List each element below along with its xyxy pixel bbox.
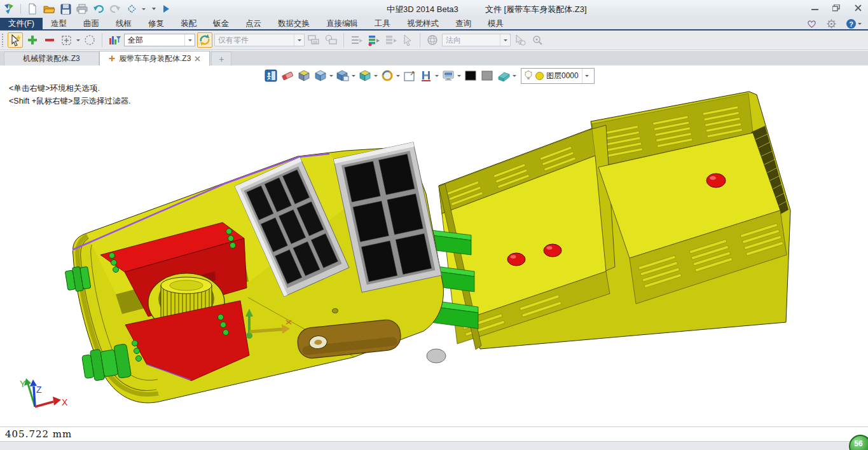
section-cube-caret-icon[interactable]	[374, 75, 378, 77]
divider	[20, 4, 21, 14]
selection-filter-value: 全部	[128, 35, 143, 46]
save-icon[interactable]	[59, 3, 72, 15]
menu-tab-wireframe[interactable]: 线框	[107, 18, 140, 29]
layer-combo[interactable]: 图层0000	[521, 68, 595, 84]
axle-upper[interactable]	[65, 265, 92, 292]
material-wedge-caret-icon[interactable]	[513, 75, 516, 77]
menu-tab-directedit[interactable]: 直接编辑	[318, 18, 366, 29]
red-port[interactable]	[507, 253, 525, 266]
menu-tab-inquire[interactable]: 查询	[447, 18, 479, 29]
track-unit[interactable]	[65, 142, 444, 403]
filter-list-icon[interactable]	[107, 32, 122, 48]
red-port[interactable]	[706, 174, 726, 188]
zoom-window-icon[interactable]	[402, 69, 417, 83]
stack-list-icon-2[interactable]	[366, 32, 381, 48]
redo-icon[interactable]	[109, 3, 121, 15]
zoom-ring-icon[interactable]	[380, 69, 394, 83]
menu-tab-file[interactable]: 文件(F)	[0, 18, 43, 29]
help-icon[interactable]: ?	[846, 19, 856, 29]
inquire-scope-caret[interactable]	[294, 34, 304, 46]
selection-filter-caret[interactable]	[184, 34, 195, 46]
restore-button[interactable]	[831, 3, 841, 12]
menu-tab-sheetmetal[interactable]: 钣金	[205, 18, 237, 29]
pick-box-icon[interactable]	[59, 32, 74, 48]
red-port[interactable]	[544, 244, 561, 257]
stack-list-icon-3[interactable]	[383, 32, 398, 48]
toolbar-grip[interactable]	[1, 33, 4, 47]
layer-combo-caret[interactable]	[582, 69, 591, 83]
settings-gear-icon[interactable]	[827, 19, 836, 29]
add-icon[interactable]	[25, 32, 40, 48]
black-swatch[interactable]	[463, 69, 478, 83]
pair-icon-1[interactable]	[307, 32, 322, 48]
section-h-caret-icon[interactable]	[435, 75, 439, 77]
background-caret-icon[interactable]	[457, 75, 461, 77]
help-button[interactable]: ?	[846, 19, 862, 29]
zoom-ring-caret-icon[interactable]	[396, 75, 400, 77]
section-cube-icon[interactable]	[357, 69, 372, 83]
remove-icon[interactable]	[42, 32, 57, 48]
new-file-icon[interactable]	[26, 3, 39, 15]
minimize-button[interactable]	[809, 3, 820, 12]
undo-icon[interactable]	[92, 3, 105, 15]
menu-tab-visualstyle[interactable]: 视觉样式	[399, 18, 447, 29]
menu-tab-repair[interactable]: 修复	[140, 18, 172, 29]
selection-filter-combo[interactable]: 全部	[124, 34, 195, 46]
material-wedge-icon[interactable]	[496, 69, 511, 83]
body-unit[interactable]	[439, 92, 790, 350]
gray-pin[interactable]	[427, 349, 446, 363]
regen-caret-icon[interactable]	[142, 8, 146, 10]
title-bar: 中望3D 2014 Beta3 文件 [履带车车身装配体.Z3]	[0, 0, 868, 18]
background-icon[interactable]	[441, 69, 455, 83]
model-canvas[interactable]: Y Z X	[0, 65, 868, 426]
doc-tab-label: 机械臂装配体.Z3	[23, 53, 79, 64]
section-h-icon[interactable]	[418, 69, 433, 83]
exit-icon[interactable]	[263, 69, 278, 83]
orient-caret[interactable]	[500, 34, 510, 46]
gray-swatch[interactable]	[479, 69, 494, 83]
viewport[interactable]: Y Z X	[0, 65, 868, 426]
open-folder-icon[interactable]	[43, 3, 55, 15]
doc-tab-track-body[interactable]: 履带车车身装配体.Z3	[99, 51, 210, 65]
play-icon[interactable]	[160, 3, 172, 15]
new-tab-button[interactable]: +	[211, 51, 231, 65]
iso-view-icon[interactable]	[296, 69, 311, 83]
lasso-icon[interactable]	[82, 32, 97, 48]
menu-right-icons: ?	[807, 18, 862, 29]
inquire-scope-combo[interactable]: 仅有零件	[214, 34, 305, 46]
inspect-gear-icon[interactable]	[530, 32, 545, 48]
menu-tab-pointcloud[interactable]: 点云	[237, 18, 270, 29]
pair-icon-2[interactable]	[324, 32, 339, 48]
menu-tab-assembly[interactable]: 装配	[172, 18, 205, 29]
help-caret-icon[interactable]	[858, 23, 862, 25]
menu-tab-mold[interactable]: 模具	[479, 18, 512, 29]
regen-icon[interactable]	[125, 3, 138, 15]
toolbar-options-icon[interactable]	[152, 8, 156, 10]
favorites-heart-icon[interactable]	[807, 20, 816, 28]
select-arrow-icon[interactable]	[8, 32, 23, 48]
pick-arrow-icon[interactable]	[400, 32, 415, 48]
shade-cube-caret-icon[interactable]	[329, 75, 333, 77]
menu-tab-surface[interactable]: 曲面	[75, 18, 107, 29]
menu-tab-tools[interactable]: 工具	[366, 18, 399, 29]
convert-icon[interactable]	[197, 32, 212, 48]
display-mode-caret-icon[interactable]	[352, 75, 355, 77]
menu-tab-shape[interactable]: 造型	[43, 18, 75, 29]
eraser-icon[interactable]	[280, 69, 294, 83]
print-icon[interactable]	[76, 3, 88, 15]
layer-color-swatch[interactable]	[535, 71, 544, 81]
tab-close-icon[interactable]	[195, 56, 200, 62]
app-title: 中望3D 2014 Beta3	[387, 4, 458, 15]
menu-tab-dataexchange[interactable]: 数据交换	[270, 18, 318, 29]
bulb-icon[interactable]	[524, 70, 533, 81]
orient-combo[interactable]: 法向	[442, 34, 511, 46]
pick-plus-icon[interactable]	[513, 32, 528, 48]
pick-box-caret-icon[interactable]	[76, 39, 80, 41]
shade-cube-icon[interactable]	[313, 69, 327, 83]
orient-sphere-icon[interactable]	[425, 32, 440, 48]
zw3d-window: 中望3D 2014 Beta3 文件 [履带车车身装配体.Z3] 文件(F) 造…	[0, 0, 868, 450]
display-mode-icon[interactable]	[335, 69, 350, 83]
doc-tab-robot-arm[interactable]: 机械臂装配体.Z3	[4, 51, 99, 65]
close-button[interactable]	[853, 3, 863, 12]
stack-list-icon-1[interactable]	[348, 32, 364, 48]
